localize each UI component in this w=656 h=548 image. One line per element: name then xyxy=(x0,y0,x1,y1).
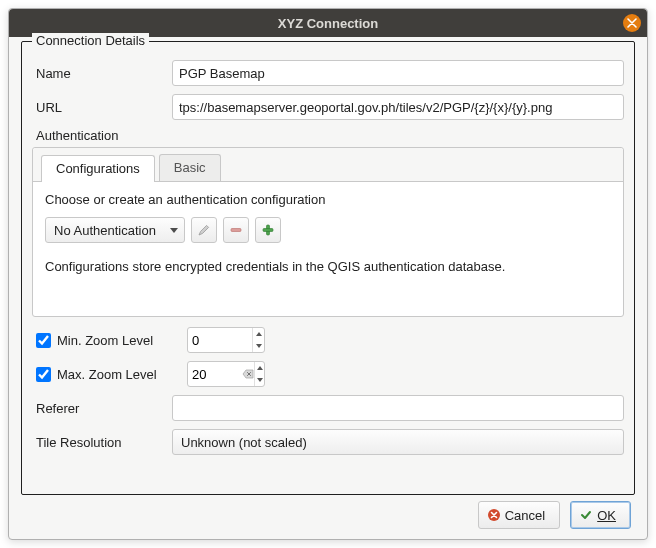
chevron-down-icon xyxy=(170,228,178,233)
window-close-button[interactable] xyxy=(623,14,641,32)
max-zoom-step-down[interactable] xyxy=(255,374,264,386)
min-zoom-spinner[interactable] xyxy=(187,327,265,353)
plus-icon xyxy=(261,223,275,237)
name-label: Name xyxy=(32,66,172,81)
cancel-icon xyxy=(487,508,501,522)
min-zoom-step-down[interactable] xyxy=(253,340,264,352)
auth-edit-button[interactable] xyxy=(191,217,217,243)
url-label: URL xyxy=(32,100,172,115)
xyz-connection-dialog: XYZ Connection Connection Details Name U… xyxy=(8,8,648,540)
pencil-icon xyxy=(197,223,211,237)
min-zoom-label: Min. Zoom Level xyxy=(57,333,187,348)
group-heading: Connection Details xyxy=(36,33,145,48)
tile-resolution-select[interactable]: Unknown (not scaled) xyxy=(172,429,624,455)
auth-tab-content: Choose or create an authentication confi… xyxy=(33,182,623,297)
window-title: XYZ Connection xyxy=(278,16,378,31)
auth-note: Configurations store encrypted credentia… xyxy=(45,259,611,274)
authentication-label: Authentication xyxy=(36,128,624,143)
tile-resolution-label: Tile Resolution xyxy=(32,435,172,450)
max-zoom-label: Max. Zoom Level xyxy=(57,367,187,382)
clear-icon xyxy=(242,368,254,380)
ok-button-label: OK xyxy=(597,508,616,523)
tab-basic[interactable]: Basic xyxy=(159,154,221,181)
min-zoom-step-up[interactable] xyxy=(253,328,264,340)
cancel-button[interactable]: Cancel xyxy=(478,501,560,529)
url-input[interactable] xyxy=(172,94,624,120)
auth-choose-text: Choose or create an authentication confi… xyxy=(45,192,611,207)
name-input[interactable] xyxy=(172,60,624,86)
tab-configurations[interactable]: Configurations xyxy=(41,155,155,182)
svg-rect-0 xyxy=(231,229,241,232)
auth-config-combo-value: No Authentication xyxy=(54,223,156,238)
minus-icon xyxy=(229,223,243,237)
referer-label: Referer xyxy=(32,401,172,416)
max-zoom-step-up[interactable] xyxy=(255,362,264,374)
ok-icon xyxy=(579,508,593,522)
auth-tabstrip: Configurations Basic xyxy=(33,148,623,182)
auth-delete-button[interactable] xyxy=(223,217,249,243)
dialog-button-bar: Cancel OK xyxy=(21,495,635,531)
max-zoom-value[interactable] xyxy=(188,362,242,386)
svg-rect-2 xyxy=(263,229,273,232)
tile-resolution-value: Unknown (not scaled) xyxy=(181,435,307,450)
max-zoom-clear[interactable] xyxy=(242,362,254,386)
ok-button[interactable]: OK xyxy=(570,501,631,529)
min-zoom-checkbox[interactable] xyxy=(36,333,51,348)
max-zoom-checkbox[interactable] xyxy=(36,367,51,382)
authentication-panel: Configurations Basic Choose or create an… xyxy=(32,147,624,317)
auth-add-button[interactable] xyxy=(255,217,281,243)
auth-config-combo[interactable]: No Authentication xyxy=(45,217,185,243)
connection-details-group: Connection Details Name URL Authenticati… xyxy=(21,41,635,495)
min-zoom-value[interactable] xyxy=(188,328,252,352)
max-zoom-spinner[interactable] xyxy=(187,361,265,387)
cancel-button-label: Cancel xyxy=(505,508,545,523)
close-icon xyxy=(627,18,637,28)
referer-input[interactable] xyxy=(172,395,624,421)
